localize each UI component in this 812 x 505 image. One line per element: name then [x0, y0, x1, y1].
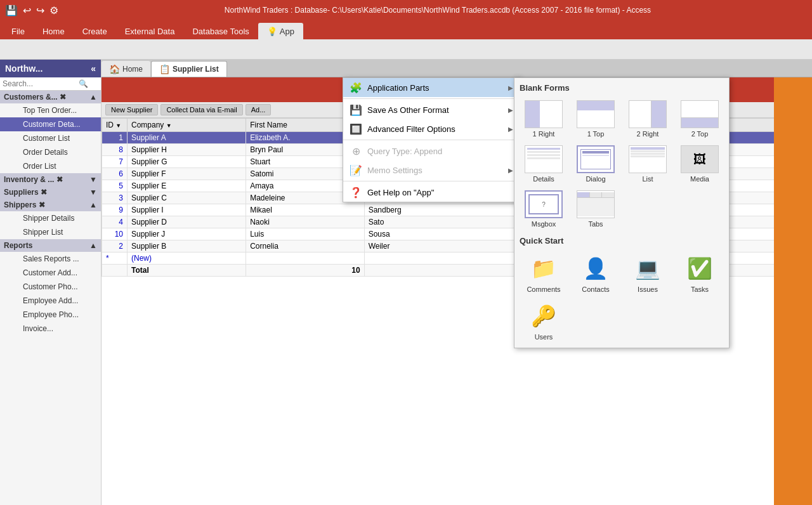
save-other-icon: 💾 — [350, 103, 362, 116]
menu-item-memo-settings: 📝 Memo Settings ▶ — [343, 161, 520, 180]
nav-item-customer-pho[interactable]: Customer Pho... — [0, 280, 101, 294]
query-type-icon: ⊕ — [350, 145, 362, 157]
collect-data-button[interactable]: Collect Data via E-mail — [160, 104, 242, 115]
tab-file[interactable]: File — [3, 23, 34, 39]
form-label-2right: 2 Right — [637, 130, 659, 138]
menu-item-advanced-filter[interactable]: 🔲 Advanced Filter Options ▶ — [343, 119, 520, 138]
menu-item-get-help[interactable]: ❓ Get Help on "App" — [343, 183, 520, 202]
menu-item-query-type: ⊕ Query Type: Append — [343, 141, 520, 161]
qs-icon-issues: 💻 — [632, 253, 663, 284]
new-supplier-button[interactable]: New Supplier — [105, 104, 158, 115]
form-label-media: Media — [690, 175, 709, 183]
redo-icon[interactable]: ↪ — [36, 4, 44, 16]
qs-item-users[interactable]: 🔑 Users — [520, 299, 568, 343]
form-thumb-2top — [681, 100, 719, 128]
form-item-dialog[interactable]: Dialog — [572, 143, 620, 185]
nav-section-arrow-suppliers: ▼ — [89, 188, 97, 197]
nav-search[interactable]: 🔍 — [0, 77, 101, 91]
nav-section-customers[interactable]: Customers &... ✖ ▲ — [0, 91, 101, 103]
form-item-details[interactable]: Details — [520, 143, 568, 185]
nav-item-shipper-details[interactable]: Shipper Details — [0, 211, 101, 225]
nav-item-customer-list[interactable]: Customer List — [0, 131, 101, 145]
add-button[interactable]: Ad... — [246, 104, 272, 115]
form-item-1right[interactable]: 1 Right — [520, 98, 568, 140]
ribbon-tabs: File Home Create External Data Database … — [0, 20, 812, 39]
qs-item-comments[interactable]: 📁 Comments — [520, 251, 568, 295]
menu-item-save-other[interactable]: 💾 Save As Other Format ▶ — [343, 100, 520, 119]
nav-section-arrow-inventory: ▼ — [89, 175, 97, 184]
app-tab-icon: 💡 — [267, 27, 277, 36]
nav-item-order-details[interactable]: Order Details — [0, 145, 101, 159]
tab-database-tools[interactable]: Database Tools — [183, 23, 258, 39]
form-thumb-tabs — [577, 190, 615, 218]
menu-separator-1 — [343, 98, 520, 99]
menu-item-advanced-filter-label: Advanced Filter Options — [367, 124, 455, 134]
nav-section-arrow-customers: ▲ — [89, 93, 97, 102]
nav-item-order-list[interactable]: Order List — [0, 159, 101, 173]
tab-app[interactable]: 💡 App — [258, 23, 303, 39]
undo-icon[interactable]: ↩ — [23, 4, 31, 16]
nav-item-employee-pho[interactable]: Employee Pho... — [0, 308, 101, 322]
content-tab-home[interactable]: 🏠 Home — [102, 61, 150, 77]
nav-item-customer-add[interactable]: Customer Add... — [0, 266, 101, 280]
form-item-tabs[interactable]: Tabs — [572, 188, 620, 230]
form-item-list[interactable]: List — [624, 143, 672, 185]
nav-collapse-icon[interactable]: « — [91, 63, 96, 74]
memo-settings-icon: 📝 — [350, 164, 362, 176]
title-bar: 💾 ↩ ↪ ⚙ NorthWind Traders : Database- C:… — [0, 0, 812, 20]
form-thumb-1top — [577, 100, 615, 128]
form-label-2top: 2 Top — [691, 130, 709, 138]
nav-item-employee-add[interactable]: Employee Add... — [0, 294, 101, 308]
col-header-company[interactable]: Company ▼ — [128, 119, 246, 132]
tab-strip: 🏠 Home 📋 Supplier List — [102, 60, 812, 77]
form-item-1top[interactable]: 1 Top — [572, 98, 620, 140]
menu-item-save-other-label: Save As Other Format — [367, 105, 449, 115]
qs-item-tasks[interactable]: ✅ Tasks — [676, 251, 724, 295]
tab-external[interactable]: External Data — [116, 23, 184, 39]
form-label-list: List — [642, 175, 653, 183]
form-item-media[interactable]: 🖼 Media — [676, 143, 724, 185]
title-bar-icons: 💾 ↩ ↪ ⚙ — [5, 4, 58, 16]
nav-header: Northw... « — [0, 60, 101, 77]
nav-section-suppliers[interactable]: Suppliers ✖ ▼ — [0, 186, 101, 199]
tab-home[interactable]: Home — [34, 23, 74, 39]
nav-section-inventory[interactable]: Inventory & ... ✖ ▼ — [0, 173, 101, 186]
nav-item-top-ten[interactable]: Top Ten Order... — [0, 103, 101, 117]
menu-item-query-type-label: Query Type: Append — [367, 147, 442, 156]
nav-item-shipper-list[interactable]: Shipper List — [0, 225, 101, 239]
form-thumb-list — [629, 145, 667, 173]
nav-item-customer-details[interactable]: Customer Deta... — [0, 117, 101, 131]
search-input[interactable] — [3, 79, 79, 88]
form-item-2top[interactable]: 2 Top — [676, 98, 724, 140]
menu-item-app-parts[interactable]: 🧩 Application Parts ▶ — [343, 78, 520, 97]
blank-forms-title: Blank Forms — [520, 83, 724, 95]
qs-item-issues[interactable]: 💻 Issues — [624, 251, 672, 295]
form-thumb-2right — [629, 100, 667, 128]
cell-company: Supplier A — [128, 132, 246, 144]
customize-icon[interactable]: ⚙ — [49, 4, 58, 16]
nav-section-reports[interactable]: Reports ▲ — [0, 239, 101, 252]
nav-item-invoice[interactable]: Invoice... — [0, 322, 101, 336]
qs-label-comments: Comments — [527, 285, 560, 293]
form-item-msgbox[interactable]: ? Msgbox — [520, 188, 568, 230]
qs-item-contacts[interactable]: 👤 Contacts — [572, 251, 620, 295]
form-thumb-dialog — [577, 145, 615, 173]
forms-grid: 1 Right 1 Top — [520, 98, 724, 230]
menu-item-app-parts-label: Application Parts — [367, 83, 429, 93]
form-thumb-msgbox: ? — [525, 190, 563, 218]
submenu-arrow-advanced-filter: ▶ — [508, 126, 513, 133]
nav-section-shippers[interactable]: Shippers ✖ ▲ — [0, 199, 101, 211]
qs-label-issues: Issues — [638, 285, 658, 293]
nav-pane: Northw... « 🔍 Customers &... ✖ ▲ Top Ten… — [0, 60, 102, 505]
submenu-arrow-save-other: ▶ — [508, 107, 513, 114]
qs-icon-comments: 📁 — [528, 253, 559, 284]
col-header-id[interactable]: ID ▼ — [102, 119, 128, 132]
supplier-tab-icon: 📋 — [159, 64, 170, 74]
tab-create[interactable]: Create — [74, 23, 116, 39]
search-icon[interactable]: 🔍 — [79, 79, 88, 88]
submenu-arrow-app-parts: ▶ — [508, 84, 513, 91]
form-item-2right[interactable]: 2 Right — [624, 98, 672, 140]
content-tab-supplier-list[interactable]: 📋 Supplier List — [151, 61, 227, 77]
save-icon[interactable]: 💾 — [5, 4, 18, 16]
nav-item-sales-reports[interactable]: Sales Reports ... — [0, 252, 101, 266]
